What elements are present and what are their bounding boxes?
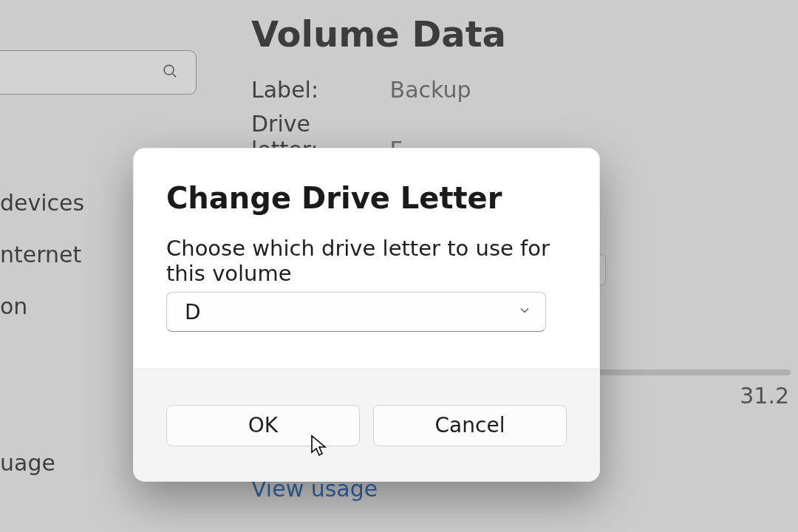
dialog-footer: OK Cancel [134, 369, 599, 481]
drive-letter-selected: D [185, 300, 201, 324]
dialog-subtitle: Choose which drive letter to use for thi… [166, 236, 567, 286]
ok-button-label: OK [248, 413, 278, 437]
drive-letter-select[interactable]: D [166, 292, 546, 332]
dialog-title: Change Drive Letter [166, 181, 567, 215]
change-drive-letter-dialog: Change Drive Letter Choose which drive l… [133, 148, 600, 482]
ok-button[interactable]: OK [166, 405, 360, 446]
cancel-button[interactable]: Cancel [373, 405, 567, 446]
chevron-down-icon [517, 303, 532, 321]
cancel-button-label: Cancel [435, 413, 505, 437]
dialog-body: Change Drive Letter Choose which drive l… [134, 149, 599, 369]
